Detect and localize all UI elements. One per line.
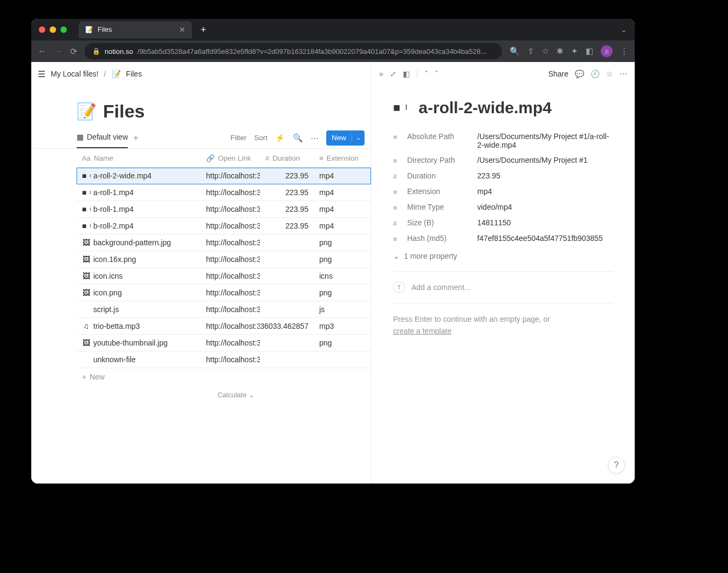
cell-duration[interactable]: 36033.462857 xyxy=(260,318,314,334)
cell-name[interactable]: script.js xyxy=(77,301,201,317)
cell-link[interactable]: http://localhost:30 xyxy=(201,318,260,334)
lightning-icon[interactable]: ⚡ xyxy=(275,133,285,143)
property-row[interactable]: ≡Directory Path/Users/Documents/My Proje… xyxy=(393,153,613,168)
table-row[interactable]: 🖼youtube-thumbnail.jpghttp://localhost:3… xyxy=(77,335,371,351)
table-row[interactable]: ■၊b-roll-2.mp4http://localhost:30223.95m… xyxy=(77,218,371,234)
property-row[interactable]: ≡Extensionmp4 xyxy=(393,184,613,199)
side-panel-icon[interactable]: ◧ xyxy=(586,46,593,56)
tab-close-icon[interactable]: ✕ xyxy=(179,25,186,34)
sidebar-toggle-icon[interactable]: ☰ xyxy=(38,69,45,79)
new-tab-button[interactable]: + xyxy=(196,24,211,36)
browser-tab[interactable]: 📝 Files ✕ xyxy=(79,21,192,38)
cell-link[interactable]: http://localhost:30 xyxy=(201,351,260,368)
cell-duration[interactable] xyxy=(260,251,314,267)
table-row[interactable]: 🖼background-pattern.jpghttp://localhost:… xyxy=(77,234,371,251)
help-button[interactable]: ? xyxy=(608,457,625,474)
cell-extension[interactable] xyxy=(314,351,368,368)
cell-duration[interactable]: 223.95 xyxy=(260,218,314,234)
column-open-link[interactable]: 🔗Open Link xyxy=(201,149,260,167)
cell-duration[interactable]: 223.95 xyxy=(260,168,314,184)
property-row[interactable]: ≡Mime Typevideo/mp4 xyxy=(393,199,613,215)
property-value[interactable]: 223.95 xyxy=(477,171,613,180)
cell-link[interactable]: http://localhost:30 xyxy=(201,335,260,351)
more-icon[interactable]: ⋯ xyxy=(620,70,627,78)
chevron-down-icon[interactable]: ⌄ xyxy=(352,134,365,141)
sort-button[interactable]: Sort xyxy=(254,134,267,142)
cell-link[interactable]: http://localhost:30 xyxy=(201,285,260,301)
cell-extension[interactable]: mp4 xyxy=(314,184,368,201)
page-emoji-icon[interactable]: 📝 xyxy=(77,102,97,121)
profile-avatar[interactable]: ⌂ xyxy=(601,45,613,57)
property-row[interactable]: ≡Hash (md5)f47ef8155c4ee504a5f47751fb903… xyxy=(393,231,613,246)
close-window-button[interactable] xyxy=(39,26,45,33)
cell-duration[interactable] xyxy=(260,301,314,317)
peek-mode-icon[interactable]: ◧ xyxy=(403,70,410,78)
property-value[interactable]: video/mp4 xyxy=(477,203,613,211)
cell-extension[interactable]: mp4 xyxy=(314,201,368,217)
share-button[interactable]: Share xyxy=(548,70,568,78)
address-bar[interactable]: 🔒 notion.so/9b5ab5d3528a47a6affd95e832e5… xyxy=(85,43,502,59)
table-row[interactable]: 🖼icon.pnghttp://localhost:30png xyxy=(77,285,371,301)
forward-button[interactable]: → xyxy=(54,46,63,56)
cell-extension[interactable]: icns xyxy=(314,268,368,284)
create-template-link[interactable]: create a template xyxy=(393,327,451,335)
new-button[interactable]: New ⌄ xyxy=(326,130,365,146)
add-row-button[interactable]: +New xyxy=(31,368,371,385)
cell-link[interactable]: http://localhost:30 xyxy=(201,168,260,184)
reload-button[interactable]: ⟳ xyxy=(70,46,77,57)
cell-name[interactable]: ■၊a-roll-1.mp4 xyxy=(77,184,201,201)
cell-extension[interactable]: png xyxy=(314,251,368,267)
cell-duration[interactable]: 223.95 xyxy=(260,184,314,201)
property-value[interactable]: mp4 xyxy=(477,187,613,196)
cell-name[interactable]: ■၊a-roll-2-wide.mp4 xyxy=(77,168,201,184)
expand-icon[interactable]: ⤢ xyxy=(390,70,396,78)
cell-name[interactable]: 🖼icon.16x.png xyxy=(77,251,201,267)
cell-link[interactable]: http://localhost:30 xyxy=(201,218,260,234)
collapse-icon[interactable]: » xyxy=(379,70,383,78)
cell-extension[interactable]: png xyxy=(314,234,368,251)
comments-icon[interactable]: 💬 xyxy=(575,70,584,78)
cell-name[interactable]: unknown-file xyxy=(77,351,201,368)
share-page-icon[interactable]: ⇪ xyxy=(527,46,534,56)
cell-duration[interactable]: 223.95 xyxy=(260,201,314,217)
cell-extension[interactable]: mp4 xyxy=(314,168,368,184)
column-duration[interactable]: #Duration xyxy=(260,149,314,167)
cell-extension[interactable]: mp4 xyxy=(314,218,368,234)
filter-button[interactable]: Filter xyxy=(230,134,246,142)
cell-duration[interactable] xyxy=(260,351,314,368)
cell-extension[interactable]: png xyxy=(314,335,368,351)
add-view-button[interactable]: + xyxy=(133,133,138,143)
back-button[interactable]: ← xyxy=(38,46,46,56)
cell-duration[interactable] xyxy=(260,234,314,251)
cell-link[interactable]: http://localhost:30 xyxy=(201,184,260,201)
property-row[interactable]: #Duration223.95 xyxy=(393,168,613,184)
cell-name[interactable]: ♫trio-betta.mp3 xyxy=(77,318,201,334)
cell-duration[interactable] xyxy=(260,335,314,351)
next-record-icon[interactable]: ˅ xyxy=(435,70,438,78)
property-value[interactable]: /Users/Documents/My Project #1 xyxy=(477,156,613,164)
property-value[interactable]: /Users/Documents/My Project #1/a-roll-2-… xyxy=(477,132,613,149)
more-properties-toggle[interactable]: ⌄ 1 more property xyxy=(393,246,613,266)
minimize-window-button[interactable] xyxy=(50,26,56,33)
cell-name[interactable]: 🖼icon.icns xyxy=(77,268,201,284)
prev-record-icon[interactable]: ˄ xyxy=(424,70,428,78)
search-icon[interactable]: 🔍 xyxy=(293,133,303,143)
maximize-window-button[interactable] xyxy=(60,26,67,33)
page-title-text[interactable]: Files xyxy=(103,101,145,122)
cell-duration[interactable] xyxy=(260,268,314,284)
breadcrumb-page[interactable]: Files xyxy=(126,70,142,78)
updates-icon[interactable]: 🕘 xyxy=(590,70,600,78)
extensions-puzzle-icon[interactable]: ✦ xyxy=(571,46,578,56)
table-row[interactable]: 🖼icon.icnshttp://localhost:30icns xyxy=(77,268,371,285)
cell-extension[interactable]: mp3 xyxy=(314,318,368,334)
property-value[interactable]: f47ef8155c4ee504a5f47751fb903855 xyxy=(477,234,613,243)
breadcrumb-root[interactable]: My Local files! xyxy=(51,70,99,78)
table-row[interactable]: ■၊a-roll-1.mp4http://localhost:30223.95m… xyxy=(77,184,371,201)
table-row[interactable]: script.jshttp://localhost:30js xyxy=(77,301,371,318)
tab-default-view[interactable]: ▦ Default view xyxy=(77,127,128,148)
cell-link[interactable]: http://localhost:30 xyxy=(201,268,260,284)
search-icon[interactable]: 🔍 xyxy=(510,46,520,56)
cell-name[interactable]: 🖼background-pattern.jpg xyxy=(77,234,201,251)
cell-extension[interactable]: png xyxy=(314,285,368,301)
cell-link[interactable]: http://localhost:30 xyxy=(201,301,260,317)
